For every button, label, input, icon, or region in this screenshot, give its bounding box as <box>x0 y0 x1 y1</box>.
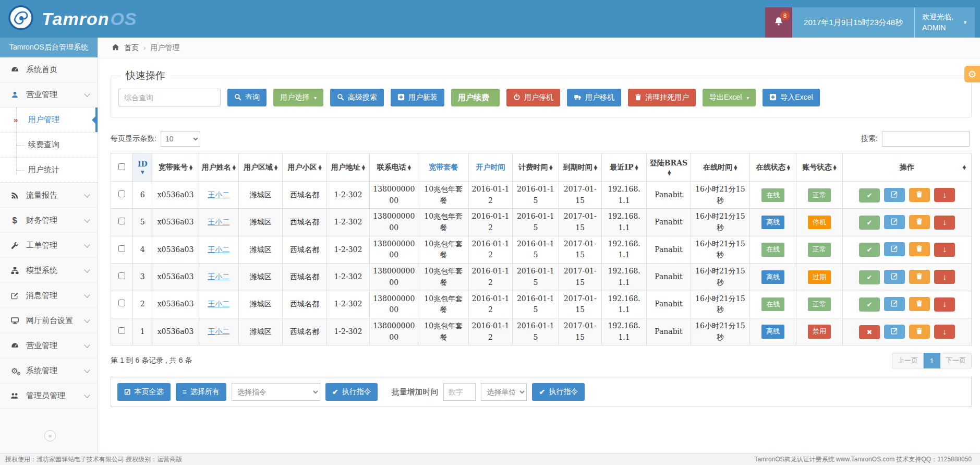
enable-button[interactable]: ✔ <box>859 216 880 230</box>
brand[interactable]: TamronOS <box>7 4 137 33</box>
enable-button[interactable]: ✔ <box>859 297 880 312</box>
col-用户小区[interactable]: 用户小区▲▼ <box>283 153 326 182</box>
user-select-button[interactable]: 用户选择▾ <box>273 89 323 106</box>
download-button[interactable]: ↓ <box>934 297 955 312</box>
command-select[interactable]: 选择指令 <box>232 383 320 401</box>
col-开户时间[interactable]: 开户时间 <box>468 153 512 182</box>
sidebar-item-label: 消息管理 <box>26 291 57 301</box>
sidebar-item-4[interactable]: 工单管理 <box>0 233 98 258</box>
sidebar-item-2[interactable]: 流量报告 <box>0 183 98 208</box>
search-button[interactable]: 查询 <box>227 89 267 106</box>
sidebar-item-1[interactable]: 营业管理 <box>0 82 98 108</box>
row-checkbox[interactable] <box>118 327 125 334</box>
col-操作[interactable]: 操作▲▼ <box>842 153 971 182</box>
sidebar-subitem-2[interactable]: 用户统计 <box>0 158 98 183</box>
new-user-button[interactable]: 用户新装 <box>391 89 444 106</box>
delete-button[interactable] <box>909 270 930 284</box>
batch-number-input[interactable] <box>443 383 476 401</box>
cleanup-dead-users-button[interactable]: 清理挂死用户 <box>628 89 696 106</box>
select-all-page-button[interactable]: ☑ 本页全选 <box>117 383 171 401</box>
execute-batch-button[interactable]: ✔ 执行指令 <box>532 383 585 401</box>
col-ID[interactable]: ID▼ <box>133 153 152 182</box>
cell-bill_date: 2016-01-15 <box>513 264 559 291</box>
enable-button[interactable]: ✔ <box>859 188 880 202</box>
select-all-checkbox[interactable] <box>118 163 125 170</box>
breadcrumb-home[interactable]: 首页 <box>124 43 139 53</box>
table-search-input[interactable] <box>882 131 970 147</box>
col-在线时间[interactable]: 在线时间▲▼ <box>691 153 749 182</box>
col-宽带账号[interactable]: 宽带账号▲▼ <box>152 153 199 182</box>
pagination-page-1[interactable]: 1 <box>924 353 940 368</box>
select-all-button[interactable]: ≡ 选择所有 <box>176 383 226 401</box>
top-header: TamronOS 8 2017年1月9日15时23分48秒 欢迎光临,ADMIN… <box>0 0 980 38</box>
col-用户区域[interactable]: 用户区域▲▼ <box>239 153 283 182</box>
col-账号状态[interactable]: 账号状态▲▼ <box>796 153 842 182</box>
execute-command-button[interactable]: ✔ 执行指令 <box>325 383 378 401</box>
delete-button[interactable] <box>909 188 930 202</box>
user-name-link[interactable]: 王小二 <box>208 300 229 308</box>
col-到期时间[interactable]: 到期时间▲▼ <box>559 153 601 182</box>
import-excel-button[interactable]: 导入Excel <box>763 89 819 106</box>
col-在线状态[interactable]: 在线状态▲▼ <box>750 153 796 182</box>
col-最近IP[interactable]: 最近IP▲▼ <box>601 153 646 182</box>
disable-button[interactable]: ✖ <box>859 325 880 339</box>
download-button[interactable]: ↓ <box>934 188 955 202</box>
col-用户姓名[interactable]: 用户姓名▲▼ <box>199 153 238 182</box>
delete-button[interactable] <box>909 297 930 311</box>
row-checkbox[interactable] <box>118 245 125 252</box>
renew-user-button[interactable]: 用户续费 <box>451 89 500 106</box>
sidebar-item-6[interactable]: 消息管理 <box>0 283 98 308</box>
download-button[interactable]: ↓ <box>934 243 955 257</box>
suspend-user-button[interactable]: 用户停机 <box>506 89 560 106</box>
col-联系电话[interactable]: 联系电话▲▼ <box>370 153 418 182</box>
col-计费时间[interactable]: 计费时间▲▼ <box>513 153 559 182</box>
delete-button[interactable] <box>909 242 930 256</box>
combined-search-input[interactable] <box>118 89 221 106</box>
sidebar-item-9[interactable]: ⚙⚙系统管理 <box>0 359 98 384</box>
edit-button[interactable] <box>884 325 905 339</box>
sidebar-item-3[interactable]: $财务管理 <box>0 208 98 233</box>
notifications-button[interactable]: 8 <box>765 7 792 38</box>
user-name-link[interactable]: 王小二 <box>208 245 229 254</box>
pagination-next-button[interactable]: 下一页 <box>940 353 972 368</box>
sidebar-item-8[interactable]: 营业管理 <box>0 333 98 359</box>
sidebar-item-7[interactable]: 网厅前台设置 <box>0 308 98 333</box>
download-button[interactable]: ↓ <box>934 270 955 284</box>
sidebar-subitem-1[interactable]: 续费查询 <box>0 133 98 158</box>
edit-button[interactable] <box>884 270 905 284</box>
sidebar-subitem-0[interactable]: »用户管理 <box>0 108 98 133</box>
download-button[interactable]: ↓ <box>934 325 955 339</box>
unit-select[interactable]: 选择单位 <box>481 383 527 401</box>
sidebar-item-10[interactable]: 管理员管理 <box>0 384 98 409</box>
col-用户地址[interactable]: 用户地址▲▼ <box>326 153 369 182</box>
row-checkbox[interactable] <box>118 272 125 279</box>
sidebar-collapse-button[interactable]: « <box>44 430 56 442</box>
export-excel-button[interactable]: 导出Excel▾ <box>703 89 756 106</box>
user-name-link[interactable]: 王小二 <box>208 218 229 226</box>
relocate-user-button[interactable]: 用户移机 <box>567 89 621 106</box>
pagination-prev-button[interactable]: 上一页 <box>892 353 924 368</box>
edit-button[interactable] <box>884 215 905 229</box>
row-checkbox[interactable] <box>118 190 125 197</box>
edit-button[interactable] <box>884 188 905 202</box>
user-name-link[interactable]: 王小二 <box>208 272 229 281</box>
download-button[interactable]: ↓ <box>934 216 955 230</box>
row-checkbox[interactable] <box>118 218 125 224</box>
user-name-link[interactable]: 王小二 <box>208 327 229 336</box>
enable-button[interactable]: ✔ <box>859 270 880 284</box>
sidebar-item-0[interactable]: 系统首页 <box>0 57 98 82</box>
col-宽带套餐[interactable]: 宽带套餐 <box>418 153 468 182</box>
user-menu[interactable]: 欢迎光临,ADMIN ▼ <box>914 7 975 38</box>
delete-button[interactable] <box>909 325 930 339</box>
enable-button[interactable]: ✔ <box>859 243 880 257</box>
advanced-search-button[interactable]: 高级搜索 <box>330 89 384 106</box>
user-name-link[interactable]: 王小二 <box>208 190 229 199</box>
col-登陆BRAS[interactable]: 登陆BRAS▲▼ <box>647 153 691 182</box>
sidebar-item-5[interactable]: 模型系统 <box>0 258 98 283</box>
row-checkbox[interactable] <box>118 300 125 306</box>
settings-gear-tab[interactable]: ⚙ <box>964 66 980 82</box>
per-page-select[interactable]: 10 <box>161 131 200 147</box>
delete-button[interactable] <box>909 215 930 229</box>
edit-button[interactable] <box>884 242 905 256</box>
edit-button[interactable] <box>884 297 905 311</box>
